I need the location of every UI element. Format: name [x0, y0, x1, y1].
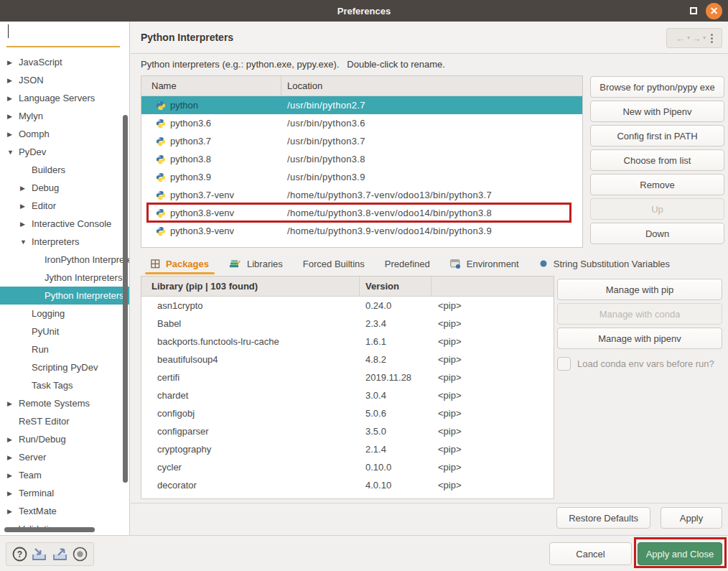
sidebar-item-python-interpreters[interactable]: Python Interpreters [0, 287, 129, 305]
apply-button[interactable]: Apply [661, 507, 722, 529]
column-header-location[interactable]: Location [281, 76, 582, 96]
interpreter-row-python[interactable]: python/usr/bin/python2.7 [141, 96, 582, 114]
chevron-right-icon[interactable]: ▶ [7, 95, 15, 102]
cancel-button[interactable]: Cancel [549, 542, 632, 565]
sidebar-item-builders[interactable]: Builders [0, 161, 129, 179]
chevron-right-icon[interactable]: ▶ [20, 220, 28, 228]
tab-packages[interactable]: Packages [141, 253, 219, 274]
package-row-decorator[interactable]: decorator4.0.10<pip> [141, 476, 554, 494]
sidebar-item-pydev[interactable]: ▼PyDev [0, 143, 129, 161]
chevron-right-icon[interactable]: ▶ [7, 77, 15, 84]
config-first-in-path-button[interactable]: Config first in PATH [590, 125, 724, 147]
interpreter-row-python3-9[interactable]: python3.9/usr/bin/python3.9 [141, 168, 582, 186]
back-icon[interactable]: ← [676, 33, 686, 43]
sidebar-item-terminal[interactable]: ▶Terminal [0, 484, 129, 502]
help-icon[interactable]: ? [11, 546, 28, 562]
package-row-certifi[interactable]: certifi2019.11.28<pip> [141, 368, 554, 386]
chevron-right-icon[interactable]: ▶ [7, 454, 15, 461]
forward-dropdown-icon[interactable]: ▾ [703, 35, 706, 41]
sidebar-item-run[interactable]: Run [0, 340, 129, 358]
column-header-name[interactable]: Name [141, 76, 281, 96]
package-row-beautifulsoup4[interactable]: beautifulsoup44.8.2<pip> [141, 351, 554, 368]
view-menu-icon[interactable] [711, 34, 713, 43]
tab-string-substitution-variables[interactable]: String Substitution Variables [529, 253, 680, 274]
back-dropdown-icon[interactable]: ▾ [687, 35, 690, 41]
chevron-right-icon[interactable]: ▶ [7, 113, 15, 120]
sidebar-item-textmate[interactable]: ▶TextMate [0, 502, 129, 520]
sidebar-item-oomph[interactable]: ▶Oomph [0, 125, 129, 143]
sidebar-item-team[interactable]: ▶Team [0, 466, 129, 484]
interpreter-row-python3-9-venv[interactable]: python3.9-venv/home/tu/python3.9-venv/od… [141, 222, 582, 240]
sidebar-item-run-debug[interactable]: ▶Run/Debug [0, 430, 129, 448]
sidebar-item-mylyn[interactable]: ▶Mylyn [0, 107, 129, 125]
column-header-library[interactable]: Library (pip | 103 found) [141, 277, 360, 296]
sidebar-item-editor[interactable]: ▶Editor [0, 197, 129, 215]
sidebar-item-javascript[interactable]: ▶JavaScript [0, 53, 129, 71]
apply-and-close-button[interactable]: Apply and Close [638, 542, 722, 565]
package-row-asn1crypto[interactable]: asn1crypto0.24.0<pip> [141, 297, 554, 315]
chevron-right-icon[interactable]: ▶ [7, 400, 15, 407]
record-preferences-icon[interactable] [72, 546, 88, 562]
chevron-right-icon[interactable]: ▶ [7, 131, 15, 138]
sidebar-item-interactive-console[interactable]: ▶Interactive Console [0, 215, 129, 233]
chevron-down-icon[interactable]: ▼ [7, 149, 15, 156]
package-row-cryptography[interactable]: cryptography2.1.4<pip> [141, 440, 554, 458]
chevron-right-icon[interactable]: ▶ [20, 203, 28, 210]
package-row-babel[interactable]: Babel2.3.4<pip> [141, 315, 554, 333]
interpreter-row-python3-8[interactable]: python3.8/usr/bin/python3.8 [141, 150, 582, 168]
remove-button[interactable]: Remove [590, 174, 724, 195]
tab-forced-builtins[interactable]: Forced Builtins [293, 253, 375, 274]
interpreter-tabs: PackagesLibrariesForced BuiltinsPredefin… [141, 253, 728, 274]
tree-vertical-scrollbar[interactable] [123, 115, 128, 483]
manage-with-pipenv-button[interactable]: Manage with pipenv [557, 328, 722, 349]
sidebar-item-task-tags[interactable]: Task Tags [0, 376, 129, 394]
package-row-backports-functools-lru-cache[interactable]: backports.functools-lru-cache1.6.1<pip> [141, 333, 554, 351]
down-button[interactable]: Down [590, 223, 724, 244]
sidebar-item-pyunit[interactable]: PyUnit [0, 322, 129, 340]
manage-with-pip-button[interactable]: Manage with pip [557, 279, 722, 300]
chevron-down-icon[interactable]: ▼ [20, 238, 28, 246]
export-icon[interactable] [51, 547, 70, 562]
sidebar-item-interpreters[interactable]: ▼Interpreters [0, 233, 129, 251]
close-button[interactable]: ✕ [706, 3, 722, 19]
sidebar-item-jython-interpreters[interactable]: Jython Interpreters [0, 269, 129, 287]
browse-for-python-pypy-exe-button[interactable]: Browse for python/pypy exe [590, 76, 724, 98]
chevron-right-icon[interactable]: ▶ [7, 508, 15, 515]
package-row-configparser[interactable]: configparser3.5.0<pip> [141, 422, 554, 440]
chevron-right-icon[interactable]: ▶ [20, 185, 28, 192]
sidebar-item-rest-editor[interactable]: ReST Editor [0, 412, 129, 430]
interpreter-row-python3-7[interactable]: python3.7/usr/bin/python3.7 [141, 132, 582, 150]
chevron-right-icon[interactable]: ▶ [7, 59, 15, 66]
tab-libraries[interactable]: Libraries [219, 253, 293, 274]
interpreter-row-python3-7-venv[interactable]: python3.7-venv/home/tu/python3.7-venv/od… [141, 186, 582, 204]
column-header-version[interactable]: Version [360, 277, 431, 296]
package-row-cycler[interactable]: cycler0.10.0<pip> [141, 458, 554, 476]
package-row-chardet[interactable]: chardet3.0.4<pip> [141, 386, 554, 404]
chevron-right-icon[interactable]: ▶ [7, 436, 15, 443]
maximize-button[interactable] [690, 7, 697, 14]
chevron-right-icon[interactable]: ▶ [7, 472, 15, 479]
tab-predefined[interactable]: Predefined [375, 253, 440, 274]
sidebar-item-remote-systems[interactable]: ▶Remote Systems [0, 394, 129, 412]
conda-env-checkbox[interactable] [557, 357, 571, 371]
sidebar-item-server[interactable]: ▶Server [0, 448, 129, 466]
restore-defaults-button[interactable]: Restore Defaults [556, 507, 650, 529]
chevron-right-icon[interactable]: ▶ [7, 490, 15, 497]
sidebar-item-scripting-pydev[interactable]: Scripting PyDev [0, 358, 129, 376]
interpreter-row-python3-8-venv[interactable]: python3.8-venv/home/tu/python3.8-venv/od… [141, 204, 582, 222]
import-icon[interactable] [30, 547, 49, 562]
sidebar-item-logging[interactable]: Logging [0, 305, 129, 322]
interpreter-row-python3-6[interactable]: python3.6/usr/bin/python3.6 [141, 114, 582, 132]
forward-icon[interactable]: → [691, 33, 701, 43]
new-with-pipenv-button[interactable]: New with Pipenv [590, 101, 724, 122]
tree-horizontal-scrollbar[interactable] [4, 527, 95, 532]
filter-input[interactable] [6, 26, 120, 43]
tab-environment[interactable]: Environment [440, 253, 529, 274]
sidebar-item-language-servers[interactable]: ▶Language Servers [0, 89, 129, 107]
choose-from-list-button[interactable]: Choose from list [590, 149, 724, 171]
sidebar-item-debug[interactable]: ▶Debug [0, 179, 129, 197]
sidebar-item-ironpython-interpreters[interactable]: IronPython Interpreters [0, 251, 129, 269]
sidebar-item-json[interactable]: ▶JSON [0, 71, 129, 89]
column-header-blank[interactable] [431, 277, 554, 296]
package-row-configobj[interactable]: configobj5.0.6<pip> [141, 404, 554, 422]
